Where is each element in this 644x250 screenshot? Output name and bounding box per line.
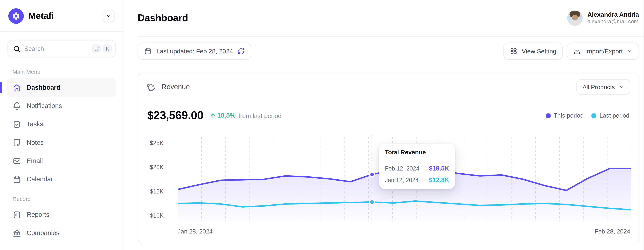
view-setting-button[interactable]: View Setting	[504, 42, 563, 60]
tooltip-title: Total Revenue	[385, 149, 449, 160]
tooltip-date: Feb 12, 2024	[385, 165, 419, 172]
chart-legend: This period Last period	[538, 112, 630, 119]
cmd-keycap: ⌘	[92, 44, 101, 53]
sidebar-item-email[interactable]: Email	[7, 152, 116, 170]
import-export-button[interactable]: Import/Export	[567, 42, 639, 60]
legend-swatch-this-period	[546, 113, 550, 118]
main-content: Dashboard Alexandra Andria alexandra@mai…	[124, 0, 644, 250]
avatar[interactable]	[568, 10, 583, 26]
sidebar-item-label: Calendar	[27, 176, 53, 183]
chart-tooltip: Total Revenue Feb 12, 2024 $18.5K Jan 12…	[379, 144, 455, 189]
page-title: Dashboard	[138, 12, 188, 24]
revenue-change-note: from last period	[238, 112, 282, 119]
calendar-icon	[144, 47, 152, 55]
tooltip-value-last-period: $12.8K	[429, 176, 449, 184]
revenue-card: Revenue All Products $23,569.00 10,5% fr…	[138, 72, 639, 244]
tooltip-date: Jan 12, 2024	[385, 177, 419, 183]
sidebar-item-companies[interactable]: Companies	[7, 224, 116, 242]
mail-icon	[12, 156, 22, 166]
active-indicator	[0, 82, 2, 93]
sidebar-item-dashboard[interactable]: Dashboard	[7, 78, 116, 97]
sidebar-item-label: Dashboard	[27, 84, 60, 91]
view-setting-label: View Setting	[522, 48, 556, 55]
x-axis-end-label: Feb 28, 2024	[594, 228, 630, 235]
check-square-icon	[12, 120, 22, 129]
app-logo	[8, 8, 24, 24]
sidebar-item-label: Notifications	[27, 102, 62, 110]
legend-item-last-period: Last period	[592, 112, 630, 119]
x-axis-start-label: Jan 28, 2024	[178, 228, 213, 235]
toolbar: Last updated: Feb 28, 2024 View Setting …	[138, 42, 639, 60]
sidebar-item-label: Companies	[27, 229, 60, 237]
arrow-up-icon	[209, 112, 216, 119]
main-header: Dashboard Alexandra Andria alexandra@mai…	[138, 0, 644, 37]
grid-icon	[510, 47, 518, 55]
legend-label: This period	[554, 112, 584, 119]
y-axis-tick: $10K	[144, 212, 164, 219]
sidebar-item-tasks[interactable]: Tasks	[7, 115, 116, 134]
logo-row: Metafi	[0, 0, 123, 31]
revenue-delta: 10,5%	[209, 112, 236, 119]
revenue-stats-row: $23,569.00 10,5% from last period This p…	[138, 101, 638, 122]
sidebar-item-label: Notes	[27, 139, 44, 146]
y-axis-tick: $25K	[144, 140, 164, 146]
search-box[interactable]: ⌘ K	[8, 40, 116, 57]
product-filter-select[interactable]: All Products	[576, 79, 630, 94]
sidebar: Metafi ⌘ K Main Menu Dashboard Notificat…	[0, 0, 124, 250]
piggy-bank-icon	[146, 82, 156, 92]
sidebar-item-label: Tasks	[27, 120, 43, 128]
user-email: alexandra@mail.com	[588, 18, 639, 26]
tooltip-row: Jan 12, 2024 $12.8K	[385, 176, 449, 184]
import-export-label: Import/Export	[585, 48, 623, 55]
revenue-card-header: Revenue All Products	[138, 73, 638, 101]
bell-icon	[12, 101, 22, 110]
sidebar-item-notes[interactable]: Notes	[7, 134, 116, 152]
search-input[interactable]	[24, 45, 90, 52]
search-icon	[13, 45, 20, 52]
user-name: Alexandra Andria	[588, 11, 639, 18]
note-icon	[12, 138, 22, 147]
product-filter-value: All Products	[582, 84, 615, 90]
sidebar-item-calendar[interactable]: Calendar	[7, 170, 116, 188]
section-label-main-menu: Main Menu	[0, 61, 123, 78]
legend-item-this-period: This period	[546, 112, 584, 119]
legend-swatch-last-period	[592, 113, 596, 118]
chevron-down-icon	[618, 84, 625, 90]
flower-logo-icon	[11, 11, 21, 21]
tooltip-value-this-period: $18.5K	[429, 165, 449, 172]
revenue-total: $23,569.00	[147, 109, 204, 122]
chevron-down-icon	[626, 48, 633, 54]
chevron-down-icon	[106, 13, 111, 18]
y-axis-tick: $20K	[144, 164, 164, 170]
home-icon	[12, 83, 22, 92]
y-axis-tick: $15K	[144, 188, 164, 194]
sidebar-collapse-button[interactable]	[102, 10, 115, 22]
user-menu[interactable]: Alexandra Andria alexandra@mail.com	[568, 10, 639, 26]
tooltip-row: Feb 12, 2024 $18.5K	[385, 165, 449, 172]
calendar-icon	[12, 175, 22, 184]
bar-chart-icon	[12, 210, 22, 220]
revenue-card-title: Revenue	[162, 83, 190, 91]
sidebar-item-label: Email	[27, 157, 43, 165]
legend-label: Last period	[600, 112, 630, 119]
sidebar-item-notifications[interactable]: Notifications	[7, 97, 116, 115]
last-updated-text: Last updated: Feb 28, 2024	[156, 48, 233, 55]
app-name: Metafi	[28, 11, 102, 21]
sidebar-item-reports[interactable]: Reports	[7, 206, 116, 224]
last-updated-chip[interactable]: Last updated: Feb 28, 2024	[138, 42, 252, 60]
download-icon	[573, 47, 581, 55]
k-keycap: K	[103, 44, 112, 53]
revenue-chart: $25K $20K $15K $10K Total	[138, 136, 638, 244]
sidebar-divider	[0, 31, 123, 32]
sidebar-item-label: Reports	[27, 211, 50, 218]
section-label-record: Record	[0, 188, 123, 206]
revenue-change-pct: 10,5%	[217, 112, 236, 119]
app-window: Metafi ⌘ K Main Menu Dashboard Notificat…	[0, 0, 644, 250]
bank-icon	[12, 228, 22, 238]
refresh-icon[interactable]	[238, 47, 245, 55]
